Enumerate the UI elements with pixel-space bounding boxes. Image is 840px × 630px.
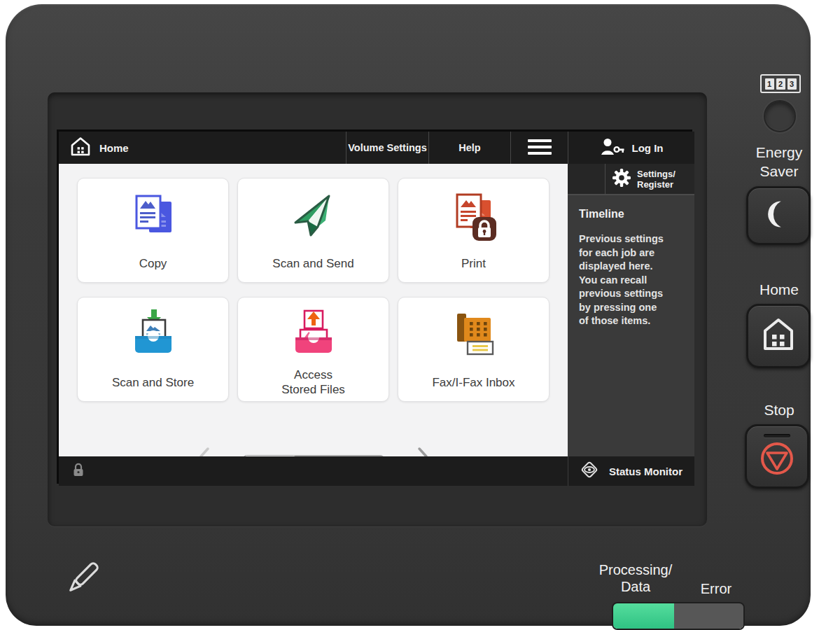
home-hardware-button[interactable] [746,304,811,368]
help-label: Help [458,142,480,153]
timeline-panel: Timeline Previous settings for each job … [568,195,694,328]
help-button[interactable]: Help [428,132,510,164]
stop-icon [757,439,797,481]
numeric-keypad-badge: 1 2 3 [760,74,801,93]
stored-files-tray-icon [286,298,342,364]
screen-top-bar: Home Volume Settings Help [59,132,694,164]
status-monitor-label: Status Monitor [609,465,682,477]
indicator-led-bar [612,602,745,630]
badge-digit: 1 [765,78,774,90]
touchscreen: Home Volume Settings Help [57,130,692,484]
processing-data-led [613,603,674,629]
round-indicator-button[interactable] [764,100,796,132]
badge-digit: 3 [788,78,797,90]
tile-print[interactable]: Print [398,178,550,283]
home-button-label: Home [734,280,825,299]
error-label: Error [688,580,744,598]
home-icon [70,136,91,160]
stop-button-led [764,434,790,438]
tile-grid: Copy Scan and Send [59,164,568,402]
tile-copy[interactable]: Copy [77,178,229,283]
energy-saver-label: Energy Saver [734,143,825,181]
menu-button[interactable] [510,132,568,164]
stylus-pen-icon [56,554,106,608]
tile-scan-and-send[interactable]: Scan and Send [237,178,389,283]
login-label: Log In [632,142,664,154]
tile-label: Print [461,245,486,282]
tile-label: Scan and Store [112,364,194,401]
device-body: Home Volume Settings Help [6,4,811,626]
moon-icon [760,196,797,235]
tile-scan-and-store[interactable]: Scan and Store [77,297,229,402]
tile-fax-inbox[interactable]: Fax/I-Fax Inbox [398,297,550,402]
scan-store-tray-icon [125,298,181,364]
timeline-sidebar: Settings/ Register Timeline Previous set… [568,164,694,456]
screen-status-bar: Status Monitor [59,456,694,486]
settings-register-button[interactable]: Settings/ Register [606,164,694,194]
gear-icon [611,167,632,191]
stop-button-label: Stop [734,400,825,419]
tile-label: Fax/I-Fax Inbox [432,364,514,401]
lock-icon [71,462,85,480]
paper-plane-icon [286,178,342,245]
fax-machine-icon [446,298,502,364]
settings-register-label: Settings/ Register [637,169,676,190]
status-monitor-button[interactable]: Status Monitor [568,456,694,486]
house-icon [760,316,797,356]
printer-control-panel: Home Volume Settings Help [0,0,840,630]
hamburger-icon [528,139,552,157]
status-monitor-icon [578,458,601,484]
home-indicator: Home [59,132,129,164]
volume-settings-button[interactable]: Volume Settings [346,132,428,164]
volume-settings-label: Volume Settings [348,142,427,153]
error-led [674,603,743,629]
settings-row: Settings/ Register [568,164,694,195]
login-user-key-icon [600,137,625,158]
tile-label: Scan and Send [272,245,354,282]
energy-saver-button[interactable] [746,186,811,245]
home-screen-main: Copy Scan and Send [59,164,568,456]
screen-title: Home [99,142,129,154]
stop-button[interactable] [745,424,809,489]
tile-label: Copy [139,245,167,282]
copy-documents-icon [125,178,181,245]
tile-label: Access Stored Files [281,364,345,401]
secure-print-documents-icon [446,178,502,245]
timeline-description: Previous settings for each job are displ… [579,232,685,328]
login-button[interactable]: Log In [568,132,694,164]
settings-row-blank-cell [568,164,606,194]
top-bar-spacer [129,132,346,164]
timeline-title: Timeline [579,208,685,220]
badge-digit: 2 [776,78,785,90]
processing-data-label: Processing/ Data [578,561,693,595]
tile-access-stored-files[interactable]: Access Stored Files [237,297,389,402]
